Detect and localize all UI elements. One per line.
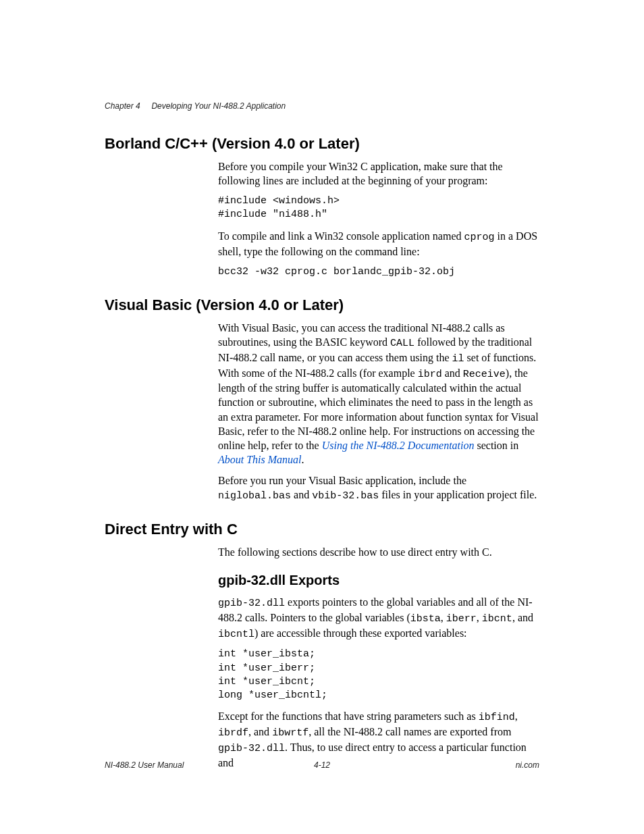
direct-p1: The following sections describe how to u…	[218, 545, 539, 559]
borland-code2: bcc32 -w32 cprog.c borlandc_gpib-32.obj	[218, 265, 539, 279]
block-vb: With Visual Basic, you can access the tr…	[218, 321, 539, 503]
footer: NI-488.2 User Manual 4-12 ni.com	[105, 760, 539, 770]
vb-p2: Before you run your Visual Basic applica…	[218, 473, 539, 503]
chapter-label: Chapter 4	[105, 101, 140, 111]
exports-code1: int *user_ibsta; int *user_iberr; int *u…	[218, 648, 539, 702]
heading-vb: Visual Basic (Version 4.0 or Later)	[105, 296, 539, 314]
block-direct: The following sections describe how to u…	[218, 545, 539, 770]
heading-direct: Direct Entry with C	[105, 521, 539, 538]
heading-gpib-exports: gpib-32.dll Exports	[218, 573, 539, 588]
link-about-manual[interactable]: About This Manual	[218, 454, 302, 465]
borland-p1: Before you compile your Win32 C applicat…	[218, 159, 539, 188]
heading-borland: Borland C/C++ (Version 4.0 or Later)	[105, 135, 539, 153]
content: Borland C/C++ (Version 4.0 or Later) Bef…	[105, 135, 539, 770]
borland-p2: To compile and link a Win32 console appl…	[218, 229, 539, 259]
chapter-title: Developing Your NI-488.2 Application	[151, 101, 286, 111]
vb-p1: With Visual Basic, you can access the tr…	[218, 321, 539, 467]
footer-page-number: 4-12	[105, 760, 539, 770]
borland-code1: #include <windows.h> #include "ni488.h"	[218, 194, 539, 222]
running-header: Chapter 4 Developing Your NI-488.2 Appli…	[105, 101, 286, 111]
exports-p1: gpib-32.dll exports pointers to the glob…	[218, 595, 539, 641]
link-using-docs[interactable]: Using the NI-488.2 Documentation	[322, 440, 475, 451]
page: Chapter 4 Developing Your NI-488.2 Appli…	[0, 0, 644, 834]
block-borland: Before you compile your Win32 C applicat…	[218, 159, 539, 279]
